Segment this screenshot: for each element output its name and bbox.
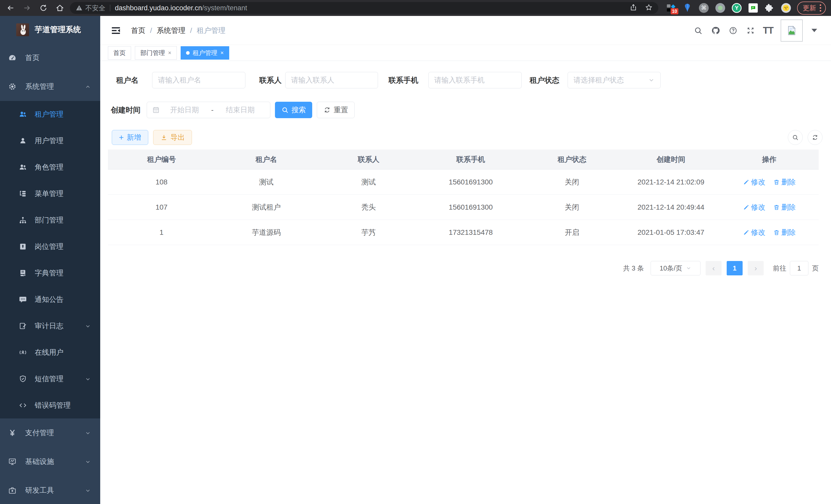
- browser-forward-icon[interactable]: [22, 3, 32, 13]
- export-button[interactable]: 导出: [153, 130, 192, 145]
- pagination-total: 共 3 条: [623, 264, 644, 273]
- edit-link[interactable]: 修改: [743, 228, 766, 237]
- sidebar-item-tenant[interactable]: 租户管理: [0, 101, 100, 127]
- edit-link[interactable]: 修改: [743, 202, 766, 212]
- end-date-placeholder[interactable]: 结束日期: [216, 105, 265, 115]
- help-icon[interactable]: [728, 26, 738, 35]
- sidebar-item-user[interactable]: 用户管理: [0, 127, 100, 154]
- search-icon[interactable]: [693, 26, 703, 35]
- sidebar-item-dept[interactable]: 部门管理: [0, 207, 100, 233]
- tab-label: 首页: [113, 49, 126, 57]
- cell-tenant-id: 1: [108, 228, 215, 237]
- edit-link[interactable]: 修改: [743, 177, 766, 187]
- search-button[interactable]: 搜索: [275, 102, 312, 118]
- cell-mobile: 17321315478: [420, 228, 522, 237]
- breadcrumb-home[interactable]: 首页: [131, 26, 145, 35]
- browser-reload-icon[interactable]: [38, 3, 48, 13]
- browser-menu-icon[interactable]: [820, 4, 821, 11]
- trash-icon: [773, 229, 780, 236]
- table-search-toggle-button[interactable]: [788, 130, 803, 145]
- browser-home-icon[interactable]: [55, 3, 65, 13]
- omnibox-divider: [110, 5, 110, 11]
- active-tab-dot: [186, 51, 190, 55]
- pagination: 共 3 条 10条/页 ‹ 1 › 前往 页: [623, 261, 819, 276]
- sidebar-item-audit-log[interactable]: 审计日志: [0, 313, 100, 339]
- tab-tenant[interactable]: 租户管理×: [181, 46, 229, 60]
- avatar-dropdown-caret-icon[interactable]: [811, 29, 817, 32]
- goto-page-input[interactable]: [790, 261, 808, 275]
- plus-icon: +: [119, 133, 124, 142]
- extension-chat-icon[interactable]: [748, 3, 758, 13]
- tab-dept[interactable]: 部门管理×: [135, 46, 177, 60]
- sidebar-item-pay[interactable]: 支付管理: [0, 418, 100, 447]
- sidebar-item-devtools[interactable]: 研发工具: [0, 476, 100, 504]
- github-icon[interactable]: [711, 26, 720, 35]
- breadcrumb-section[interactable]: 系统管理: [157, 26, 185, 35]
- profile-avatar-icon[interactable]: [781, 3, 792, 13]
- tag-view-bar: 首页 部门管理× 租户管理×: [100, 45, 831, 61]
- sidebar-item-label: 基础设施: [25, 457, 54, 467]
- share-icon[interactable]: [630, 4, 637, 12]
- page-size-select[interactable]: 10条/页: [651, 261, 700, 275]
- bookmark-star-icon[interactable]: [645, 4, 653, 12]
- cell-contact: 芋艿: [318, 228, 420, 237]
- add-button[interactable]: + 新增: [112, 130, 148, 145]
- delete-link[interactable]: 删除: [773, 202, 796, 212]
- address-bar[interactable]: 不安全 dashboard.yudao.iocoder.cn/system/te…: [70, 2, 658, 14]
- sidebar-item-label: 用户管理: [35, 136, 63, 146]
- column-header: 租户状态: [522, 155, 622, 165]
- avatar[interactable]: [781, 20, 803, 41]
- url-path: /system/tenant: [202, 4, 247, 12]
- cell-status: 开启: [522, 228, 622, 237]
- sidebar-item-post[interactable]: 岗位管理: [0, 233, 100, 260]
- status-label: 租户状态: [529, 72, 560, 88]
- browser-back-icon[interactable]: [6, 3, 16, 13]
- browser-update-button[interactable]: 更新: [797, 2, 826, 14]
- sidebar-item-sms[interactable]: 短信管理: [0, 365, 100, 392]
- app-logo: [16, 23, 29, 36]
- tenant-name-input[interactable]: [152, 72, 246, 88]
- reset-button[interactable]: 重置: [317, 102, 354, 118]
- extension-command-icon[interactable]: ⌘: [698, 3, 709, 13]
- status-select[interactable]: 请选择租户状态: [568, 72, 661, 88]
- start-date-placeholder[interactable]: 开始日期: [160, 105, 209, 115]
- font-size-icon[interactable]: TT: [763, 26, 773, 35]
- org-chart-icon: [19, 216, 27, 224]
- extension-balloon-icon[interactable]: [682, 3, 693, 13]
- sidebar-item-menu[interactable]: 菜单管理: [0, 180, 100, 207]
- mobile-input[interactable]: [428, 72, 522, 88]
- chevron-down-icon: [686, 265, 691, 271]
- yen-icon: [8, 429, 17, 437]
- sidebar-logo-row[interactable]: 芋道管理系统: [0, 16, 100, 43]
- delete-link[interactable]: 删除: [773, 177, 796, 187]
- fullscreen-icon[interactable]: [746, 26, 755, 35]
- sidebar-collapse-icon[interactable]: [111, 25, 121, 36]
- extension-puzzle-icon[interactable]: [764, 3, 775, 13]
- sidebar-item-system[interactable]: 系统管理: [0, 72, 100, 101]
- tab-home[interactable]: 首页: [108, 46, 131, 60]
- sidebar-item-label: 支付管理: [25, 428, 54, 438]
- extension-yuque-icon[interactable]: Y: [731, 3, 742, 13]
- create-time-range-picker[interactable]: 开始日期 - 结束日期: [147, 102, 270, 118]
- delete-link[interactable]: 删除: [773, 228, 796, 237]
- next-page-button[interactable]: ›: [748, 261, 764, 275]
- current-page-button[interactable]: 1: [727, 261, 743, 275]
- sidebar-item-infra[interactable]: 基础设施: [0, 447, 100, 476]
- table-refresh-button[interactable]: [808, 130, 823, 145]
- sidebar-item-home[interactable]: 首页: [0, 43, 100, 72]
- screen: 不安全 dashboard.yudao.iocoder.cn/system/te…: [0, 0, 831, 504]
- sidebar-item-errcode[interactable]: 错误码管理: [0, 392, 100, 418]
- extension-record-icon[interactable]: [715, 3, 726, 13]
- contact-input[interactable]: [285, 72, 378, 88]
- pencil-icon: [743, 229, 749, 236]
- tab-close-icon[interactable]: ×: [221, 50, 224, 56]
- sidebar-item-online-user[interactable]: 在线用户: [0, 339, 100, 365]
- tab-close-icon[interactable]: ×: [168, 50, 171, 56]
- sidebar-item-dict[interactable]: 字典管理: [0, 260, 100, 286]
- sidebar-item-notice[interactable]: 通知公告: [0, 286, 100, 313]
- refresh-icon: [323, 106, 331, 114]
- sidebar-item-role[interactable]: 角色管理: [0, 154, 100, 180]
- prev-page-button[interactable]: ‹: [706, 261, 721, 275]
- browser-toolbar: 不安全 dashboard.yudao.iocoder.cn/system/te…: [0, 0, 831, 16]
- extension-grid-icon[interactable]: 10: [665, 3, 676, 13]
